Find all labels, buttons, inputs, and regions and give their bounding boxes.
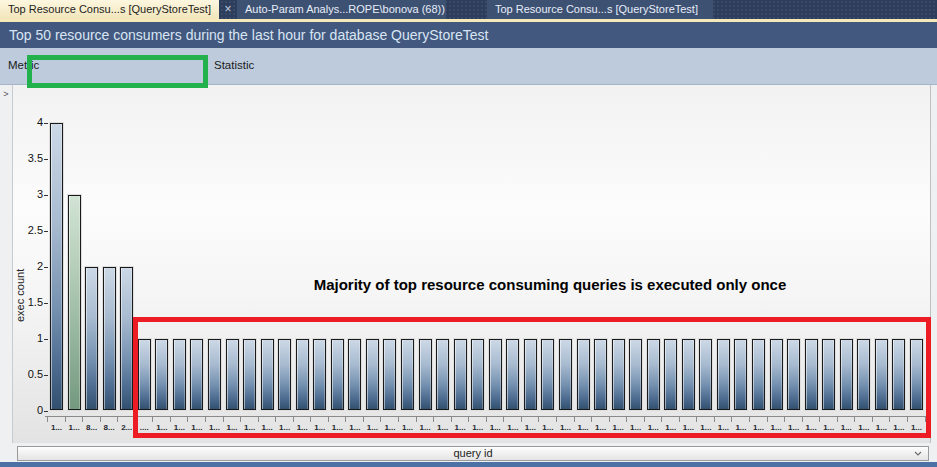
expand-panel-icon: > xyxy=(0,89,12,99)
x-tick-mark xyxy=(714,416,715,422)
execution-count-chart: exec count Majority of top resource cons… xyxy=(13,85,930,443)
x-tick-mark xyxy=(416,416,417,422)
x-axis-dropdown[interactable]: query id xyxy=(17,446,929,461)
x-tick-mark xyxy=(363,416,364,422)
bar[interactable] xyxy=(401,339,414,410)
y-tick-label: 2.5 xyxy=(17,224,43,236)
bottom-panel: query id xyxy=(0,443,937,462)
bar[interactable] xyxy=(664,339,677,410)
bar[interactable] xyxy=(594,339,607,410)
bar[interactable] xyxy=(103,267,116,410)
bar[interactable] xyxy=(120,267,133,410)
bar[interactable] xyxy=(278,339,291,410)
bar[interactable] xyxy=(436,339,449,410)
x-tick-mark xyxy=(626,416,627,422)
x-tick-mark xyxy=(925,416,926,422)
x-tick-mark xyxy=(521,416,522,422)
bar[interactable] xyxy=(910,339,923,410)
tab-label: Auto-Param Analys...ROPE\bonova (68)) xyxy=(245,3,445,15)
bar[interactable] xyxy=(243,339,256,410)
bar[interactable] xyxy=(261,339,274,410)
x-tick-mark xyxy=(223,416,224,422)
bar[interactable] xyxy=(506,339,519,410)
x-tick-mark xyxy=(503,416,504,422)
x-tick-mark xyxy=(889,416,890,422)
report-toolbar: Metric Statistic xyxy=(0,48,937,85)
y-tick-label: 1.5 xyxy=(17,296,43,308)
bar[interactable] xyxy=(875,339,888,410)
bar[interactable] xyxy=(822,339,835,410)
x-tick-mark xyxy=(170,416,171,422)
x-tick-mark xyxy=(696,416,697,422)
bar[interactable] xyxy=(454,339,467,410)
x-tick-mark xyxy=(380,416,381,422)
x-tick-mark xyxy=(328,416,329,422)
tab-top-resource-consumers-active[interactable]: Top Resource Consu...s [QueryStoreTest] xyxy=(0,0,219,19)
collapsed-side-panel[interactable]: > xyxy=(0,85,13,462)
x-tick-mark xyxy=(117,416,118,422)
x-tick-mark xyxy=(802,416,803,422)
bar[interactable] xyxy=(138,339,151,410)
right-edge-strip xyxy=(930,85,937,443)
tab-close-icon[interactable]: × xyxy=(219,0,237,19)
bar[interactable] xyxy=(541,339,554,410)
bar[interactable] xyxy=(612,339,625,410)
bar[interactable] xyxy=(190,339,203,410)
x-tick-mark xyxy=(258,416,259,422)
x-tick-mark xyxy=(82,416,83,422)
bar[interactable] xyxy=(50,123,63,410)
tab-auto-param-analysis[interactable]: Auto-Param Analys...ROPE\bonova (68)) xyxy=(237,0,446,19)
bar[interactable] xyxy=(366,339,379,410)
bar[interactable] xyxy=(647,339,660,410)
x-tick-mark xyxy=(135,416,136,422)
bar[interactable] xyxy=(85,267,98,410)
bar[interactable] xyxy=(348,339,361,410)
bar[interactable] xyxy=(313,339,326,410)
y-tick-mark xyxy=(44,123,48,124)
bar[interactable] xyxy=(770,339,783,410)
bar[interactable] xyxy=(682,339,695,410)
bar[interactable] xyxy=(226,339,239,410)
bar[interactable] xyxy=(629,339,642,410)
x-tick-mark xyxy=(65,416,66,422)
bar[interactable] xyxy=(787,339,800,410)
bar[interactable] xyxy=(489,339,502,410)
x-tick-mark xyxy=(486,416,487,422)
bar[interactable] xyxy=(524,339,537,410)
x-tick-mark xyxy=(538,416,539,422)
bar[interactable] xyxy=(331,339,344,410)
bar[interactable] xyxy=(471,339,484,410)
bar[interactable] xyxy=(734,339,747,410)
bar[interactable] xyxy=(173,339,186,410)
window-bottom-edge xyxy=(0,462,937,467)
bar[interactable] xyxy=(699,339,712,410)
bar[interactable] xyxy=(577,339,590,410)
bar[interactable] xyxy=(419,339,432,410)
bar[interactable] xyxy=(155,339,168,410)
bar[interactable] xyxy=(857,339,870,410)
x-axis-title: query id xyxy=(453,447,492,459)
y-tick-mark xyxy=(44,159,48,160)
tab-top-resource-consumers-2[interactable]: Top Resource Consu...s [QueryStoreTest] xyxy=(487,0,713,19)
x-tick-mark xyxy=(451,416,452,422)
bar[interactable] xyxy=(892,339,905,410)
bar[interactable] xyxy=(752,339,765,410)
x-tick-mark xyxy=(310,416,311,422)
tab-label: Top Resource Consu...s [QueryStoreTest] xyxy=(8,3,211,15)
bar[interactable] xyxy=(805,339,818,410)
x-tick-mark xyxy=(293,416,294,422)
tab-label: Top Resource Consu...s [QueryStoreTest] xyxy=(495,3,698,15)
y-tick-mark xyxy=(44,267,48,268)
x-tick-mark xyxy=(187,416,188,422)
y-tick-mark xyxy=(44,339,48,340)
bar[interactable] xyxy=(208,339,221,410)
y-tick-mark xyxy=(44,411,48,412)
bar[interactable] xyxy=(840,339,853,410)
bar[interactable] xyxy=(559,339,572,410)
bar[interactable] xyxy=(383,339,396,410)
bar[interactable] xyxy=(296,339,309,410)
bar[interactable] xyxy=(717,339,730,410)
x-tick-mark xyxy=(345,416,346,422)
bar[interactable] xyxy=(68,195,81,410)
y-tick-mark xyxy=(44,231,48,232)
